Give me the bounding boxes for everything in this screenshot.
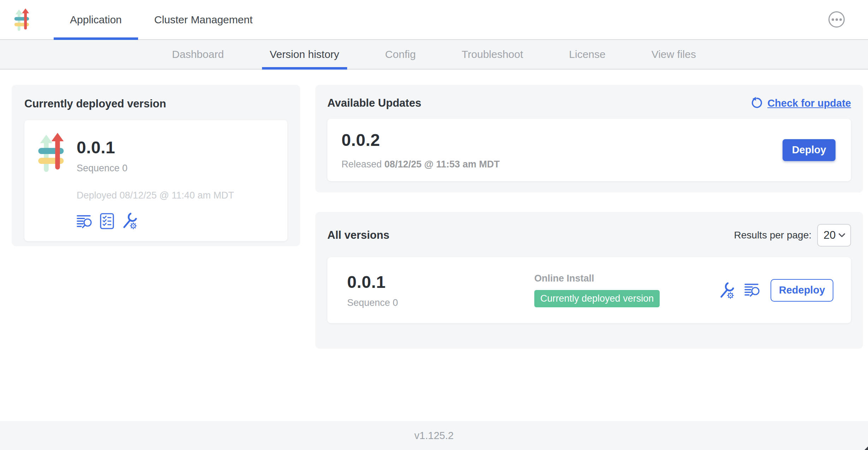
all-versions-card: All versions Results per page: 20 0.0.1 …: [315, 212, 863, 349]
ellipsis-menu-icon[interactable]: [828, 11, 845, 28]
tab-cluster-management-label: Cluster Management: [154, 14, 252, 26]
deployed-version-actions: [77, 212, 234, 229]
main-content: Currently deployed version 0.0.1 Sequenc…: [0, 70, 868, 421]
results-per-page-value: 20: [824, 229, 836, 242]
app-subnav: Dashboard Version history Config Trouble…: [0, 40, 868, 70]
row-version-number: 0.0.1: [347, 272, 534, 292]
top-header: Application Cluster Management: [0, 0, 868, 40]
currently-deployed-card: Currently deployed version 0.0.1 Sequenc…: [12, 85, 300, 246]
available-updates-title: Available Updates: [327, 97, 421, 109]
available-updates-card: Available Updates Check for update 0.0.2…: [315, 85, 863, 193]
currently-deployed-title: Currently deployed version: [24, 97, 287, 110]
deployed-sequence: Sequence 0: [77, 163, 234, 174]
currently-deployed-badge: Currently deployed version: [534, 290, 660, 307]
tab-dashboard-label: Dashboard: [172, 48, 224, 60]
preflight-checklist-icon[interactable]: [100, 213, 114, 229]
log-search-icon[interactable]: [77, 214, 93, 229]
check-for-update-link[interactable]: Check for update: [750, 97, 851, 109]
console-footer: v1.125.2: [0, 421, 868, 450]
tab-version-history[interactable]: Version history: [262, 40, 347, 69]
tab-troubleshoot[interactable]: Troubleshoot: [454, 40, 531, 69]
tab-view-files[interactable]: View files: [644, 40, 704, 69]
header-tabs: Application Cluster Management: [54, 0, 269, 39]
update-version-number: 0.0.2: [341, 130, 500, 150]
results-per-page-label: Results per page:: [734, 230, 811, 241]
tab-license-label: License: [569, 48, 605, 60]
all-versions-title: All versions: [327, 229, 390, 242]
config-wrench-gear-icon[interactable]: [121, 212, 137, 229]
deploy-button[interactable]: Deploy: [783, 139, 836, 161]
tab-cluster-management[interactable]: Cluster Management: [138, 0, 269, 39]
redeploy-button[interactable]: Redeploy: [771, 279, 833, 302]
config-wrench-gear-icon[interactable]: [718, 282, 735, 299]
tab-dashboard[interactable]: Dashboard: [164, 40, 232, 69]
chevron-down-icon: [838, 233, 845, 238]
tab-config[interactable]: Config: [377, 40, 424, 69]
deployed-timestamp: Deployed 08/12/25 @ 11:40 am MDT: [77, 190, 234, 201]
refresh-icon: [750, 97, 763, 109]
tab-license[interactable]: License: [561, 40, 613, 69]
row-sequence: Sequence 0: [347, 297, 534, 308]
tab-application-label: Application: [70, 14, 122, 26]
console-version: v1.125.2: [414, 430, 453, 442]
app-logo-arrows-icon: [38, 133, 66, 172]
tab-application[interactable]: Application: [54, 0, 138, 39]
tab-view-files-label: View files: [652, 48, 696, 60]
app-logo-arrows-icon: [14, 7, 30, 32]
row-install-type: Online Install: [534, 273, 718, 284]
available-update-row: 0.0.2 Released 08/12/25 @ 11:53 am MDT D…: [327, 119, 851, 181]
deployed-version-number: 0.0.1: [77, 138, 234, 157]
deployed-version-panel: 0.0.1 Sequence 0 Deployed 08/12/25 @ 11:…: [24, 120, 287, 241]
log-search-icon[interactable]: [744, 283, 761, 298]
update-released-timestamp: Released 08/12/25 @ 11:53 am MDT: [341, 159, 500, 170]
version-row: 0.0.1 Sequence 0 Online Install Currentl…: [327, 257, 851, 323]
results-per-page-select[interactable]: 20: [817, 224, 851, 247]
right-column: Available Updates Check for update 0.0.2…: [315, 85, 863, 349]
version-row-actions: Redeploy: [718, 279, 833, 302]
tab-troubleshoot-label: Troubleshoot: [462, 48, 523, 60]
tab-version-history-label: Version history: [270, 48, 339, 60]
tab-config-label: Config: [385, 48, 416, 60]
check-for-update-label: Check for update: [767, 97, 851, 109]
